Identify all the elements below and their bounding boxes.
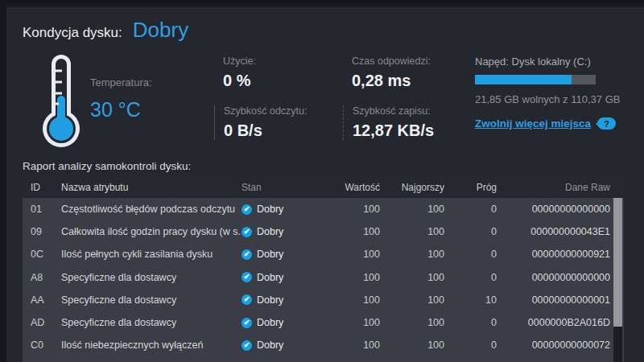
temperature-value: 30 °C bbox=[90, 98, 152, 121]
table-row-partial[interactable]: ✔ bbox=[23, 356, 624, 362]
col-header-raw: Dane Raw bbox=[497, 182, 624, 193]
cell-id: AA bbox=[23, 294, 61, 306]
cell-status: Dobry bbox=[257, 226, 283, 237]
cell-id: 0C bbox=[23, 249, 61, 260]
cell-name: Specyficzne dla dostawcy bbox=[61, 272, 242, 283]
cell-status: Dobry bbox=[257, 339, 283, 351]
write-speed-block: Szybkość zapisu: 12,87 KB/s bbox=[343, 105, 434, 140]
col-header-worst: Najgorszy bbox=[380, 182, 444, 193]
disk-health-window: Kondycja dysku: Dobry Temperatura: 30 °C… bbox=[0, 0, 644, 362]
drive-label: Napęd: Dysk lokalny (C:) bbox=[475, 56, 620, 68]
cell-raw: 00000000000921 bbox=[497, 249, 624, 260]
help-icon[interactable]: ? bbox=[597, 117, 616, 130]
cell-status: Dobry bbox=[257, 317, 283, 328]
cell-name: Ilość pełnych cykli zasilania dysku bbox=[61, 249, 242, 260]
status-ok-icon: ✔ bbox=[242, 249, 252, 260]
report-title: Raport analizy samokontroli dysku: bbox=[23, 160, 191, 172]
cell-raw: 00000000000001 bbox=[497, 294, 624, 306]
window-left-edge bbox=[0, 0, 6, 362]
cell-threshold: 0 bbox=[444, 272, 497, 283]
cell-status: Dobry bbox=[257, 204, 283, 215]
cell-threshold: 10 bbox=[444, 294, 497, 306]
cell-id: AD bbox=[23, 317, 61, 328]
drive-usage-bar bbox=[475, 75, 596, 84]
cell-name: Specyficzne dla dostawcy bbox=[61, 317, 242, 328]
col-header-value: Wartość bbox=[322, 182, 380, 193]
cell-worst: 100 bbox=[380, 339, 444, 351]
cell-worst: 100 bbox=[380, 272, 444, 283]
cell-raw: 0000000B2A016D bbox=[497, 317, 624, 328]
cell-threshold: 0 bbox=[444, 317, 497, 328]
col-header-id: ID bbox=[23, 182, 61, 193]
table-scrollbar-track[interactable] bbox=[613, 198, 622, 362]
cell-status: Dobry bbox=[257, 294, 283, 306]
cell-name: Całkowita ilość godzin pracy dysku (w s.… bbox=[61, 226, 242, 237]
status-ok-icon: ✔ bbox=[242, 318, 252, 328]
col-header-name: Nazwa atrybutu bbox=[61, 182, 242, 193]
cell-name: Specyficzne dla dostawcy bbox=[61, 294, 242, 306]
cell-id: 01 bbox=[23, 204, 61, 215]
read-speed-label: Szybkość odczytu: bbox=[224, 105, 308, 117]
cell-worst: 100 bbox=[380, 317, 444, 328]
table-row[interactable]: C0 Ilość niebezpiecznych wyłączeń ✔Dobry… bbox=[23, 334, 624, 356]
cell-name: Ilość niebezpiecznych wyłączeń bbox=[61, 339, 242, 351]
response-time-value: 0,28 ms bbox=[352, 72, 431, 90]
cell-threshold: 0 bbox=[444, 339, 497, 351]
status-ok-icon: ✔ bbox=[242, 227, 252, 237]
cell-id: 09 bbox=[23, 226, 61, 237]
usage-value: 0 % bbox=[223, 72, 256, 90]
disk-condition-label: Kondycja dysku: bbox=[23, 25, 122, 41]
write-speed-value: 12,87 KB/s bbox=[353, 121, 434, 140]
smart-report-table: ID Nazwa atrybutu Stan Wartość Najgorszy… bbox=[23, 177, 624, 362]
cell-value: 100 bbox=[322, 317, 380, 328]
table-scrollbar-thumb[interactable] bbox=[613, 198, 622, 327]
col-header-stan: Stan bbox=[242, 182, 262, 193]
drive-free-space: 21,85 GB wolnych z 110,37 GB bbox=[475, 93, 620, 105]
cell-worst: 100 bbox=[380, 204, 444, 215]
status-ok-icon: ✔ bbox=[242, 340, 252, 351]
temperature-block: Temperatura: 30 °C bbox=[90, 76, 152, 121]
cell-value: 100 bbox=[322, 339, 380, 351]
cell-raw: 000000000043E1 bbox=[497, 226, 624, 237]
drive-block: Napęd: Dysk lokalny (C:) 21,85 GB wolnyc… bbox=[475, 56, 620, 130]
disk-condition-value: Dobry bbox=[133, 18, 188, 43]
table-row[interactable]: AA Specyficzne dla dostawcy ✔Dobry 100 1… bbox=[23, 289, 624, 311]
cell-value: 100 bbox=[322, 204, 380, 215]
usage-block: Użycie: 0 % bbox=[223, 56, 256, 90]
cell-status: Dobry bbox=[257, 272, 283, 283]
cell-worst: 100 bbox=[380, 294, 444, 306]
usage-label: Użycie: bbox=[223, 56, 256, 67]
table-row[interactable]: 09 Całkowita ilość godzin pracy dysku (w… bbox=[23, 220, 624, 243]
cell-worst: 100 bbox=[380, 249, 444, 260]
cell-threshold: 0 bbox=[444, 204, 497, 215]
read-speed-value: 0 B/s bbox=[224, 121, 308, 140]
cell-value: 100 bbox=[322, 226, 380, 237]
response-time-label: Czas odpowiedzi: bbox=[352, 56, 431, 67]
cell-threshold: 0 bbox=[444, 249, 497, 260]
cell-name: Częstotliwość błędów podczas odczytu bbox=[61, 204, 242, 215]
table-row[interactable]: 0C Ilość pełnych cykli zasilania dysku ✔… bbox=[23, 243, 624, 265]
cell-value: 100 bbox=[322, 272, 380, 283]
status-ok-icon: ✔ bbox=[242, 294, 252, 305]
table-row[interactable]: A8 Specyficzne dla dostawcy ✔Dobry 100 1… bbox=[23, 266, 624, 289]
cell-id: A8 bbox=[23, 272, 61, 283]
read-speed-block: Szybkość odczytu: 0 B/s bbox=[214, 105, 308, 140]
table-row[interactable]: 01 Częstotliwość błędów podczas odczytu … bbox=[23, 198, 624, 220]
window-top-edge bbox=[0, 0, 644, 7]
cell-raw: 00000000000072 bbox=[497, 339, 624, 351]
cell-value: 100 bbox=[322, 249, 380, 260]
cell-threshold: 0 bbox=[444, 226, 497, 237]
cell-id: C0 bbox=[23, 339, 61, 351]
cell-raw: 00000000000000 bbox=[497, 204, 624, 215]
col-header-threshold: Próg bbox=[444, 182, 497, 193]
table-header-row: ID Nazwa atrybutu Stan Wartość Najgorszy… bbox=[23, 177, 624, 198]
cell-status: Dobry bbox=[257, 249, 283, 260]
drive-usedbar-fill bbox=[475, 75, 572, 84]
write-speed-label: Szybkość zapisu: bbox=[353, 105, 434, 117]
cell-worst: 100 bbox=[380, 226, 444, 237]
table-row[interactable]: AD Specyficzne dla dostawcy ✔Dobry 100 1… bbox=[23, 311, 624, 334]
cell-value: 100 bbox=[322, 294, 380, 306]
thermometer-icon bbox=[29, 51, 93, 150]
free-space-link-row: Zwolnij więcej miejsca ? bbox=[475, 117, 620, 130]
free-up-space-link[interactable]: Zwolnij więcej miejsca bbox=[475, 117, 591, 130]
